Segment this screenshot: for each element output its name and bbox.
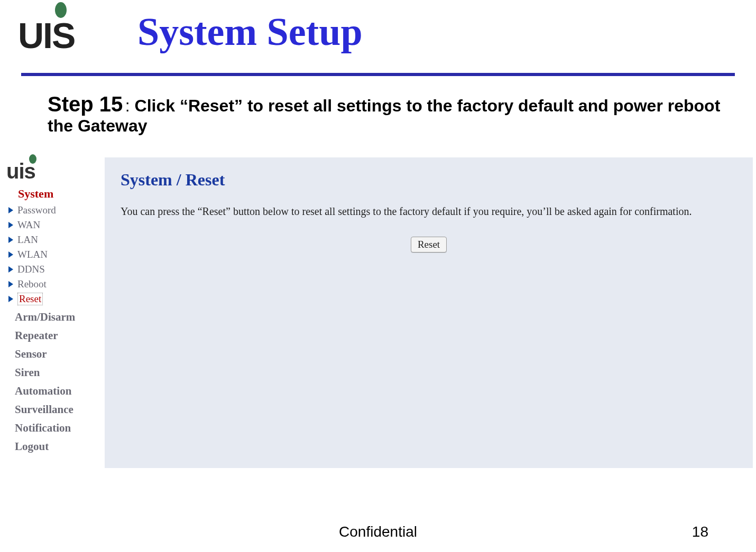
step-label: Step 15 xyxy=(48,92,123,116)
triangle-icon xyxy=(8,207,13,213)
uis-logo-large: UIS xyxy=(11,0,100,58)
triangle-icon xyxy=(8,222,13,228)
panel-title: System / Reset xyxy=(121,170,753,190)
step-body: Click “Reset” to reset all settings to t… xyxy=(48,96,720,135)
panel-description: You can press the “Reset” button below t… xyxy=(121,205,753,218)
sidebar-section-siren[interactable]: Siren xyxy=(15,366,103,379)
step-instruction: Step 15 : Click “Reset” to reset all set… xyxy=(48,92,730,136)
page-title: System Setup xyxy=(137,10,363,54)
sidebar-item-label: WAN xyxy=(17,219,40,231)
triangle-icon xyxy=(8,266,13,273)
sidebar-item-label: WLAN xyxy=(17,249,48,260)
sidebar-section-sensor[interactable]: Sensor xyxy=(15,348,103,361)
sidebar-item-label: Password xyxy=(17,204,56,216)
step-separator: : xyxy=(125,96,135,115)
triangle-icon xyxy=(8,237,13,243)
sidebar-section-logout[interactable]: Logout xyxy=(15,440,103,453)
sidebar-item-password[interactable]: Password xyxy=(8,204,103,217)
sidebar-section-repeater[interactable]: Repeater xyxy=(15,329,103,342)
sidebar-section-notification[interactable]: Notification xyxy=(15,422,103,435)
sidebar-item-reset[interactable]: Reset xyxy=(8,293,103,305)
title-underline xyxy=(21,73,735,76)
sidebar-item-label: LAN xyxy=(17,234,38,246)
sidebar-heading-system[interactable]: System xyxy=(18,187,103,201)
sidebar-item-wlan[interactable]: WLAN xyxy=(8,248,103,261)
triangle-icon xyxy=(8,251,13,258)
sidebar-item-ddns[interactable]: DDNS xyxy=(8,263,103,276)
main-panel: System / Reset You can press the “Reset”… xyxy=(105,157,753,468)
sidebar-item-label: Reset xyxy=(17,293,43,305)
footer-confidential: Confidential xyxy=(0,523,756,540)
sidebar-section-armdisarm[interactable]: Arm/Disarm xyxy=(15,311,103,324)
reset-button-wrap: Reset xyxy=(105,237,753,252)
uis-logo-small: uis xyxy=(3,154,103,185)
logo-text: UIS xyxy=(18,15,75,56)
sidebar-item-lan[interactable]: LAN xyxy=(8,233,103,246)
triangle-icon xyxy=(8,281,13,287)
triangle-icon xyxy=(8,296,13,302)
footer-page-number: 18 xyxy=(692,523,708,540)
reset-button[interactable]: Reset xyxy=(411,237,447,252)
sidebar-section-automation[interactable]: Automation xyxy=(15,385,103,398)
gateway-screenshot: uis System Password WAN LAN WLAN DDNS Re… xyxy=(3,154,753,476)
logo-text-small: uis xyxy=(6,160,35,183)
sidebar-item-reboot[interactable]: Reboot xyxy=(8,278,103,291)
sidebar-section-surveillance[interactable]: Surveillance xyxy=(15,403,103,416)
sidebar-item-label: Reboot xyxy=(17,278,47,290)
sidebar-item-wan[interactable]: WAN xyxy=(8,219,103,231)
sidebar: uis System Password WAN LAN WLAN DDNS Re… xyxy=(3,154,103,476)
sidebar-item-label: DDNS xyxy=(17,264,45,275)
